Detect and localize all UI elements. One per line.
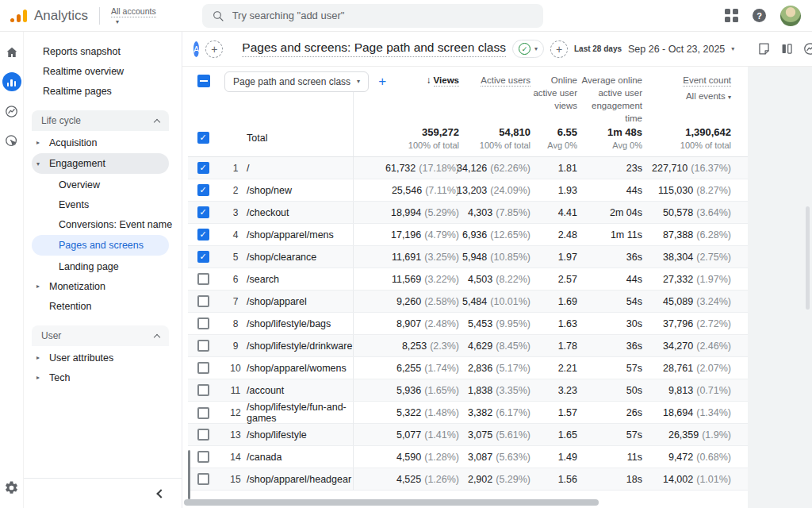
analytics-home-link[interactable]: Analytics: [10, 8, 88, 24]
explore-icon[interactable]: [2, 102, 21, 121]
account-switcher[interactable]: All accounts ▾: [111, 6, 156, 25]
section-label: Life cycle: [41, 115, 81, 126]
add-comparison-button[interactable]: +: [205, 40, 223, 58]
active-users-cell: 5,484 (10.01%): [459, 291, 530, 312]
add-button[interactable]: +: [550, 40, 568, 58]
row-checkbox[interactable]: [197, 295, 209, 307]
row-checkbox[interactable]: [197, 362, 209, 374]
column-label: Views: [434, 75, 459, 87]
table-row: 11 /account 5,936 (1.65%) 1,838 (3.35%) …: [188, 379, 748, 402]
approved-check-icon: ✓: [519, 43, 530, 55]
value: 26s: [626, 407, 642, 418]
add-dimension-button[interactable]: +: [378, 74, 386, 90]
comparison-icon[interactable]: [776, 38, 798, 60]
select-all-checkbox[interactable]: [197, 75, 210, 87]
insights-icon[interactable]: [799, 38, 812, 60]
date-range-picker[interactable]: Last 28 days Sep 26 - Oct 23, 2025 ▾: [574, 44, 734, 55]
sidebar-item-monetization[interactable]: ▸ Monetization: [24, 276, 182, 296]
views-cell: 61,732 (17.18%): [353, 157, 459, 179]
vertical-scroll-indicator[interactable]: [188, 450, 190, 499]
row-index: 1: [224, 163, 247, 174]
row-checkbox[interactable]: [197, 184, 209, 196]
advertising-icon[interactable]: [2, 131, 21, 150]
online-active-user-views-cell: 1.97: [530, 246, 577, 267]
home-icon[interactable]: [2, 43, 21, 62]
sidebar-item-user-attributes[interactable]: ▸ User attributes: [24, 348, 182, 368]
views-cell: 11,691 (3.25%): [353, 246, 459, 267]
dimension-dropdown[interactable]: Page path and screen class ▾: [224, 71, 369, 92]
row-checkbox[interactable]: [197, 318, 209, 329]
sidebar-item-label: Landing page: [59, 261, 119, 272]
sidebar-item-acquisition[interactable]: ▸ Acquisition: [24, 133, 182, 152]
sidebar-item-landing-page[interactable]: Landing page: [24, 256, 182, 276]
active-users-cell: 13,203 (24.09%): [459, 179, 530, 201]
value: 44s: [626, 274, 642, 285]
row-checkbox[interactable]: [197, 206, 209, 218]
page-title[interactable]: Pages and screens: Page path and screen …: [242, 40, 506, 57]
settings-gear-icon[interactable]: [2, 478, 21, 497]
search-bar[interactable]: [202, 4, 543, 28]
active-users-cell: 6,936 (12.65%): [459, 224, 530, 245]
row-checkbox[interactable]: [197, 229, 209, 241]
value: 5,322: [396, 407, 421, 418]
value: 44s: [626, 185, 642, 196]
value: 359,272: [422, 126, 459, 138]
row-checkbox[interactable]: [197, 273, 209, 285]
search-input[interactable]: [232, 10, 534, 21]
sidebar-item-events[interactable]: Events: [24, 194, 182, 214]
event-count-cell: 9,813 (0.71%): [642, 379, 731, 401]
row-checkbox-cell: [188, 379, 224, 401]
analytics-app: Analytics All accounts ▾ ?: [0, 0, 812, 508]
total-checkbox-cell: [188, 119, 224, 156]
collapse-sidebar-icon[interactable]: [156, 489, 165, 498]
row-checkbox[interactable]: [197, 407, 209, 419]
value: 5,936: [396, 385, 421, 396]
horizontal-scrollbar[interactable]: [184, 499, 599, 506]
sidebar-item-conversions[interactable]: Conversions: Event name: [24, 214, 182, 234]
column-header-event-count[interactable]: Event count All events ▾: [642, 71, 731, 102]
column-header-views[interactable]: ↓Views: [353, 71, 459, 125]
column-header-avg-engagement-time[interactable]: Average online active user engagement ti…: [577, 71, 642, 125]
chevron-down-icon: ▾: [357, 79, 360, 85]
sidebar-item-pages-and-screens[interactable]: Pages and screens: [32, 235, 169, 256]
row-checkbox[interactable]: [197, 473, 209, 485]
sidebar-item-realtime-overview[interactable]: Realtime overview: [24, 61, 182, 81]
avatar[interactable]: [780, 6, 801, 26]
row-checkbox[interactable]: [197, 340, 209, 352]
vertical-scrollbar[interactable]: [806, 206, 810, 310]
sidebar-item-tech[interactable]: ▸ Tech: [24, 368, 182, 387]
notes-icon[interactable]: [753, 38, 775, 60]
sidebar-item-retention[interactable]: Retention: [24, 296, 182, 316]
value-pct: (5.61%): [496, 429, 530, 441]
apps-grid-icon[interactable]: [725, 9, 738, 22]
row-checkbox[interactable]: [197, 451, 209, 463]
value-pct: (5.29%): [424, 207, 459, 218]
account-switcher-label: All accounts: [111, 6, 156, 17]
event-filter-dropdown[interactable]: All events ▾: [642, 90, 731, 102]
value: 227,710: [652, 163, 688, 174]
row-checkbox[interactable]: [197, 384, 209, 396]
value-pct: (2.3%): [430, 341, 459, 352]
value-pct: (5.63%): [496, 452, 530, 463]
row-checkbox[interactable]: [197, 429, 209, 441]
row-checkbox[interactable]: [197, 162, 209, 174]
sidebar-item-reports-snapshot[interactable]: Reports snapshot: [24, 41, 182, 61]
event-count-cell: 14,002 (1.01%): [642, 468, 731, 490]
section-user[interactable]: User: [32, 325, 169, 346]
property-badge[interactable]: A: [193, 41, 199, 57]
column-header-online-active-user-views[interactable]: Online active user views: [530, 71, 577, 112]
online-active-user-views-cell: 1.57: [530, 402, 577, 424]
value: 1.56: [558, 474, 577, 485]
report-status-menu[interactable]: ✓ ▾: [512, 40, 544, 58]
help-icon[interactable]: ?: [753, 9, 766, 22]
section-life-cycle[interactable]: Life cycle: [32, 110, 169, 131]
row-checkbox[interactable]: [197, 251, 209, 263]
column-header-active-users[interactable]: Active users: [459, 71, 530, 87]
sidebar-item-engagement[interactable]: ▾ Engagement: [32, 153, 169, 174]
value-pct: (9.95%): [496, 318, 530, 329]
reports-icon[interactable]: [2, 72, 21, 91]
total-checkbox[interactable]: [197, 132, 209, 144]
sidebar-item-realtime-pages[interactable]: Realtime pages: [24, 81, 182, 101]
table-row: 8 /shop/lifestyle/bags 8,907 (2.48%) 5,4…: [188, 313, 748, 335]
sidebar-item-overview[interactable]: Overview: [24, 175, 182, 194]
